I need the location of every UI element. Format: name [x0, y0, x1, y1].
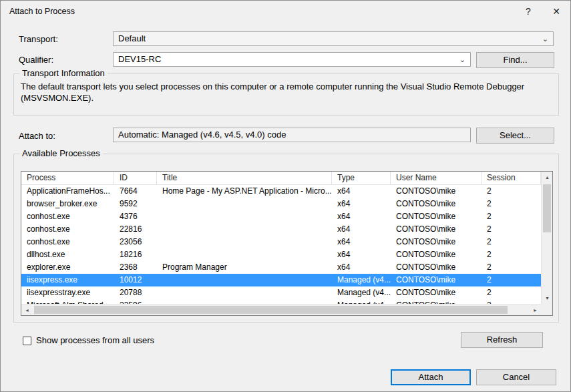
cell-process: conhost.exe — [21, 236, 114, 248]
cell-user: CONTOSO\mike — [391, 286, 482, 299]
attach-to-label: Attach to: — [19, 131, 55, 141]
qualifier-label: Qualifier: — [19, 55, 53, 65]
chevron-down-icon: ⌄ — [459, 53, 465, 66]
show-all-users-label[interactable]: Show processes from all users — [36, 335, 154, 345]
transport-dropdown[interactable]: Default ⌄ — [113, 31, 554, 46]
qualifier-value: DEV15-RC — [118, 54, 161, 64]
cell-session: 2 — [482, 274, 541, 286]
find-button[interactable]: Find... — [476, 52, 554, 68]
process-row[interactable]: conhost.exe22816x64CONTOSO\mike2 — [21, 223, 541, 236]
process-row[interactable]: ApplicationFrameHos...7664Home Page - My… — [21, 185, 541, 198]
transport-info-group: Transport Information The default transp… — [13, 73, 559, 116]
qualifier-input[interactable]: DEV15-RC ⌄ — [113, 52, 471, 67]
transport-info-title: Transport Information — [19, 68, 108, 78]
cell-session: 2 — [482, 261, 541, 274]
process-row[interactable]: iisexpress.exe10012Managed (v4...CONTOSO… — [21, 274, 541, 286]
transport-value: Default — [118, 33, 146, 43]
cell-type: x64 — [332, 261, 391, 274]
cell-id: 18216 — [114, 248, 157, 261]
cell-id: 20788 — [114, 286, 157, 299]
cell-title — [157, 223, 332, 236]
cell-id: 23056 — [114, 236, 157, 248]
cell-type: x64 — [332, 236, 391, 248]
cell-session: 2 — [482, 248, 541, 261]
cell-title — [157, 286, 332, 299]
cell-session: 2 — [482, 198, 541, 210]
cell-process: Microsoft.Alm.Shared... — [21, 299, 114, 304]
scroll-right-icon[interactable]: ► — [530, 305, 541, 316]
cell-type: Managed (v4... — [332, 286, 391, 299]
cell-process: ApplicationFrameHos... — [21, 185, 114, 198]
process-table-content: ProcessIDTitleTypeUser NameSession Appli… — [21, 172, 541, 304]
process-row[interactable]: dllhost.exe18216x64CONTOSO\mike2 — [21, 248, 541, 261]
cell-title — [157, 236, 332, 248]
cell-type: Managed (v4... — [332, 299, 391, 304]
chevron-down-icon: ⌄ — [542, 32, 548, 45]
horizontal-scroll-thumb[interactable] — [34, 306, 508, 314]
cell-user: CONTOSO\mike — [391, 261, 482, 274]
cell-title — [157, 274, 332, 286]
cell-user: CONTOSO\mike — [391, 236, 482, 248]
cell-process: dllhost.exe — [21, 248, 114, 261]
show-all-users-checkbox[interactable] — [23, 337, 31, 345]
cell-user: CONTOSO\mike — [391, 210, 482, 223]
cell-process: explorer.exe — [21, 261, 114, 274]
scroll-down-icon[interactable]: ▼ — [542, 292, 553, 304]
attach-to-process-dialog: Attach to Process ? ✕ Transport: Default… — [0, 0, 571, 392]
process-table-header: ProcessIDTitleTypeUser NameSession — [21, 172, 541, 185]
titlebar: Attach to Process ? ✕ — [1, 1, 570, 21]
cell-id: 22816 — [114, 223, 157, 236]
cell-type: x64 — [332, 248, 391, 261]
column-header-process[interactable]: Process — [21, 172, 114, 184]
cell-title — [157, 198, 332, 210]
cell-title — [157, 299, 332, 304]
cell-process: browser_broker.exe — [21, 198, 114, 210]
process-row[interactable]: conhost.exe4376x64CONTOSO\mike2 — [21, 210, 541, 223]
cell-id: 10012 — [114, 274, 157, 286]
cell-title: Program Manager — [157, 261, 332, 274]
process-row[interactable]: iisexpresstray.exe20788Managed (v4...CON… — [21, 286, 541, 299]
cell-id: 2368 — [114, 261, 157, 274]
transport-label: Transport: — [19, 34, 58, 44]
transport-info-text: The default transport lets you select pr… — [21, 81, 549, 104]
column-header-user[interactable]: User Name — [391, 172, 482, 184]
cell-id: 23596 — [114, 299, 157, 304]
cell-session: 2 — [482, 299, 541, 304]
cell-user: CONTOSO\mike — [391, 185, 482, 198]
window-title: Attach to Process — [9, 7, 514, 16]
column-header-title[interactable]: Title — [157, 172, 332, 184]
horizontal-scrollbar[interactable]: ◄ ► — [21, 304, 541, 315]
select-button[interactable]: Select... — [476, 128, 554, 144]
process-row[interactable]: conhost.exe23056x64CONTOSO\mike2 — [21, 236, 541, 248]
attach-to-field[interactable]: Automatic: Managed (v4.6, v4.5, v4.0) co… — [113, 128, 471, 142]
cell-user: CONTOSO\mike — [391, 299, 482, 304]
cell-session: 2 — [482, 223, 541, 236]
scrollbar-corner — [541, 304, 552, 315]
column-header-session[interactable]: Session — [482, 172, 541, 184]
scroll-left-icon[interactable]: ◄ — [21, 305, 33, 316]
help-button[interactable]: ? — [514, 1, 542, 21]
cell-session: 2 — [482, 185, 541, 198]
column-header-id[interactable]: ID — [114, 172, 157, 184]
scroll-up-icon[interactable]: ▲ — [542, 172, 553, 183]
cell-id: 7664 — [114, 185, 157, 198]
cell-type: x64 — [332, 198, 391, 210]
column-header-type[interactable]: Type — [332, 172, 391, 184]
cell-process: iisexpresstray.exe — [21, 286, 114, 299]
cell-type: Managed (v4... — [332, 274, 391, 286]
cell-type: x64 — [332, 185, 391, 198]
cancel-button[interactable]: Cancel — [476, 369, 556, 385]
cell-session: 2 — [482, 286, 541, 299]
cell-session: 2 — [482, 210, 541, 223]
process-row[interactable]: Microsoft.Alm.Shared...23596Managed (v4.… — [21, 299, 541, 304]
vertical-scroll-thumb[interactable] — [543, 184, 551, 232]
vertical-scrollbar[interactable]: ▲ ▼ — [541, 172, 552, 304]
refresh-button[interactable]: Refresh — [461, 332, 543, 348]
cell-process: iisexpress.exe — [21, 274, 114, 286]
close-button[interactable]: ✕ — [542, 1, 570, 21]
process-table: ProcessIDTitleTypeUser NameSession Appli… — [21, 171, 553, 316]
cell-user: CONTOSO\mike — [391, 248, 482, 261]
process-row[interactable]: explorer.exe2368Program Managerx64CONTOS… — [21, 261, 541, 274]
attach-button[interactable]: Attach — [391, 369, 471, 385]
process-row[interactable]: browser_broker.exe9592x64CONTOSO\mike2 — [21, 198, 541, 210]
